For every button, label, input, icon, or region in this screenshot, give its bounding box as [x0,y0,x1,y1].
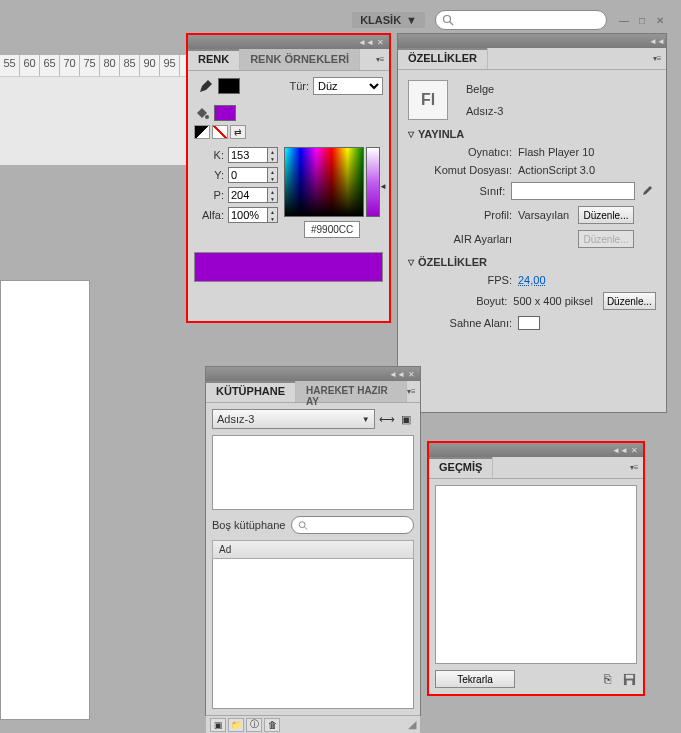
y-label: Y: [194,169,224,181]
library-panel: ◄◄ ✕ KÜTÜPHANE HAREKET HAZIR AY ▾≡ Adsız… [205,366,421,716]
search-box[interactable] [435,10,607,30]
chevron-down-icon: ▽ [408,130,414,139]
k-input[interactable] [228,147,268,163]
ruler-tick: 70 [60,55,80,76]
ruler-tick: 75 [80,55,100,76]
properties-panel: ◄◄ ÖZELLİKLER ▾≡ Fl Belge Adsız-3 ▽ YAYI… [397,33,667,413]
collapse-icon[interactable]: ◄◄ [361,37,371,47]
library-column-header[interactable]: Ad [212,540,414,559]
ozellik-section-header[interactable]: ▽ ÖZELLİKLER [408,256,656,268]
p-input[interactable] [228,187,268,203]
minimize-button[interactable]: — [617,13,631,27]
air-label: AIR Ayarları [422,233,512,245]
ruler-tick: 90 [140,55,160,76]
panel-menu-icon[interactable]: ▾≡ [375,55,385,65]
k-spinner[interactable]: ▲▼ [268,147,278,163]
library-search-input[interactable] [308,519,407,531]
history-list[interactable] [435,485,637,664]
new-symbol-button[interactable]: ▣ [210,718,226,732]
tab-gecmis[interactable]: GEÇMİŞ [429,457,493,478]
alfa-label: Alfa: [194,209,224,221]
empty-library-label: Boş kütüphane [212,519,285,531]
pin-icon[interactable]: ⟷ [379,411,395,427]
alfa-input[interactable] [228,207,268,223]
save-icon[interactable] [621,671,637,687]
chevron-down-icon: ▽ [408,258,414,267]
copy-icon[interactable]: ⎘ [599,671,615,687]
p-label: P: [194,189,224,201]
svg-line-1 [450,22,453,25]
alfa-spinner[interactable]: ▲▼ [268,207,278,223]
boyut-label: Boyut: [422,295,507,307]
profil-edit-button[interactable]: Düzenle... [578,206,634,224]
black-white-icon[interactable] [194,125,210,139]
fill-swatch[interactable] [214,105,236,121]
tab-renk[interactable]: RENK [188,49,240,70]
yayinla-section-header[interactable]: ▽ YAYINLA [408,128,656,140]
fps-label: FPS: [422,274,512,286]
fps-value[interactable]: 24,00 [518,274,546,286]
new-library-icon[interactable]: ▣ [399,411,414,427]
tab-renk-ornekleri[interactable]: RENK ÖRNEKLERİ [240,49,360,70]
panel-menu-icon[interactable]: ▾≡ [407,387,416,397]
close-button[interactable]: ✕ [653,13,667,27]
stroke-swatch[interactable] [218,78,240,94]
komut-value: ActionScript 3.0 [518,164,595,176]
dropdown-arrow-icon: ▼ [362,415,370,424]
tab-ozellikler[interactable]: ÖZELLİKLER [398,48,488,69]
delete-button[interactable]: 🗑 [264,718,280,732]
no-color-icon[interactable] [212,125,228,139]
library-search[interactable] [291,516,414,534]
close-icon[interactable]: ✕ [406,369,416,379]
swap-colors-icon[interactable]: ⇄ [230,125,246,139]
ruler-tick: 65 [40,55,60,76]
tur-label: Tür: [289,80,309,92]
properties-button[interactable]: ⓘ [246,718,262,732]
bucket-icon [194,105,210,121]
air-edit-button: Düzenle... [578,230,634,248]
ruler-tick: 60 [20,55,40,76]
tekrarla-button[interactable]: Tekrarla [435,670,515,688]
tab-kutuphane[interactable]: KÜTÜPHANE [206,381,296,402]
oynatici-value: Flash Player 10 [518,146,594,158]
ruler-tick: 95 [160,55,180,76]
y-spinner[interactable]: ▲▼ [268,167,278,183]
close-icon[interactable]: ✕ [375,37,385,47]
panel-menu-icon[interactable]: ▾≡ [629,463,639,473]
boyut-value: 500 x 400 piksel [513,295,596,307]
workspace-dropdown[interactable]: KLASİK ▼ [352,12,425,28]
ruler-tick: 80 [100,55,120,76]
resize-handle-icon[interactable]: ◢ [408,718,416,731]
history-panel: ◄◄ ✕ GEÇMİŞ ▾≡ Tekrarla ⎘ [427,441,645,696]
close-icon[interactable]: ✕ [629,445,639,455]
hue-slider[interactable]: ◄ [366,147,380,217]
profil-value: Varsayılan [518,209,572,221]
p-spinner[interactable]: ▲▼ [268,187,278,203]
oynatici-label: Oynatıcı: [422,146,512,158]
search-icon [442,14,454,26]
library-doc-select[interactable]: Adsız-3 ▼ [212,409,375,429]
edit-class-icon[interactable] [641,183,656,199]
new-folder-button[interactable]: 📁 [228,718,244,732]
panel-menu-icon[interactable]: ▾≡ [652,54,662,64]
color-spectrum[interactable] [284,147,364,217]
library-item-list[interactable] [212,559,414,709]
hex-value[interactable]: #9900CC [304,221,360,238]
svg-line-4 [305,527,307,529]
maximize-button[interactable]: □ [635,13,649,27]
stage-color-swatch[interactable] [518,316,540,330]
tab-hareket[interactable]: HAREKET HAZIR AY [296,381,407,402]
search-input[interactable] [454,14,594,26]
collapse-icon[interactable]: ◄◄ [652,36,662,46]
y-input[interactable] [228,167,268,183]
fill-type-select[interactable]: Düz [313,77,383,95]
belge-label: Belge [466,83,503,95]
color-preview [194,252,383,282]
document-name: Adsız-3 [466,105,503,117]
stage-canvas[interactable] [0,280,90,720]
ruler-tick: 55 [0,55,20,76]
collapse-icon[interactable]: ◄◄ [392,369,402,379]
boyut-edit-button[interactable]: Düzenle... [603,292,656,310]
collapse-icon[interactable]: ◄◄ [615,445,625,455]
sinif-input[interactable] [511,182,635,200]
